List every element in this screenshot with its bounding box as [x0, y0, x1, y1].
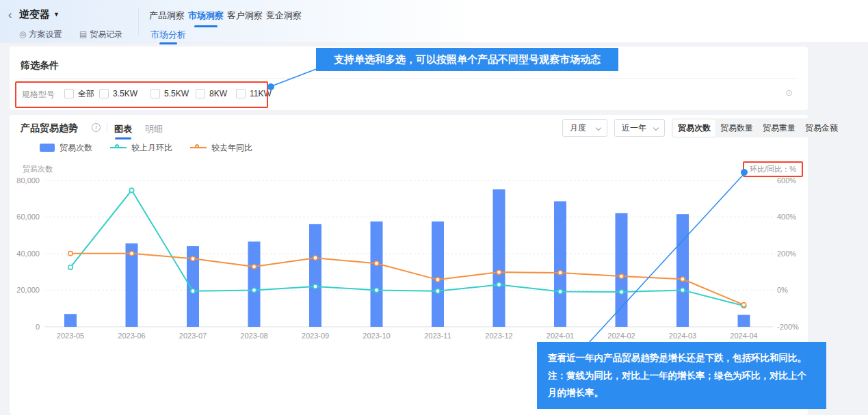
legend-label: 贸易次数: [60, 142, 92, 154]
chart-legend: 贸易次数 较上月环比 较去年同比: [40, 142, 270, 153]
checkbox-icon: [196, 89, 205, 98]
line-marker-icon: [110, 147, 127, 148]
checkbox-icon: [99, 89, 109, 98]
svg-text:600%: 600%: [777, 176, 796, 185]
checkbox-label: 3.5KW: [113, 89, 137, 98]
svg-text:2024-04: 2024-04: [730, 332, 757, 340]
tab-customer-insight[interactable]: 客户洞察: [226, 10, 264, 22]
metric-trade-amount-button[interactable]: 贸易金额: [800, 120, 843, 137]
scheme-settings-button[interactable]: ◎方案设置: [19, 29, 62, 40]
svg-text:40,000: 40,000: [16, 250, 40, 258]
info-icon[interactable]: i: [92, 123, 101, 132]
annotation-dot: [267, 83, 274, 90]
svg-text:2023-07: 2023-07: [179, 332, 207, 340]
header-divider: [138, 8, 139, 36]
view-tab-chart[interactable]: 图表: [114, 123, 132, 135]
svg-text:2023-11: 2023-11: [424, 332, 451, 340]
subtab-market-analysis[interactable]: 市场分析: [148, 29, 189, 41]
svg-text:2023-12: 2023-12: [485, 332, 512, 340]
checkbox-label: 8KW: [209, 89, 227, 98]
tab-competitor-insight[interactable]: 竞企洞察: [265, 10, 303, 22]
tab-market-insight[interactable]: 市场洞察: [187, 10, 225, 22]
range-select-value: 近一年: [622, 122, 646, 134]
filter-title: 筛选条件: [21, 59, 59, 72]
bar-swatch-icon: [40, 144, 55, 152]
legend-yoy[interactable]: 较去年同比: [190, 142, 252, 154]
view-tab-detail[interactable]: 明细: [145, 123, 163, 135]
metric-trade-quantity-button[interactable]: 贸易数量: [715, 120, 758, 137]
svg-text:2023-09: 2023-09: [302, 332, 329, 340]
scheme-settings-label: 方案设置: [29, 29, 62, 39]
checkbox-label: 11KW: [250, 89, 272, 98]
annotation-dot: [741, 169, 748, 176]
svg-text:0%: 0%: [777, 286, 788, 294]
legend-label: 较去年同比: [211, 142, 252, 154]
checkbox-icon: [64, 89, 74, 98]
metric-trade-weight-button[interactable]: 贸易重量: [758, 120, 800, 137]
range-select[interactable]: 近一年: [614, 119, 665, 137]
legend-mom[interactable]: 较上月环比: [110, 142, 172, 154]
checkbox-all[interactable]: 全部: [64, 87, 94, 101]
trade-records-label: 贸易记录: [90, 29, 122, 39]
chevron-down-icon: [596, 125, 601, 131]
svg-text:60,000: 60,000: [16, 213, 40, 221]
svg-text:2023-06: 2023-06: [118, 332, 145, 340]
checkbox-11kw[interactable]: 11KW: [236, 87, 272, 101]
divider: [21, 78, 797, 79]
svg-text:20,000: 20,000: [16, 286, 40, 294]
metric-button-group: 贸易次数 贸易数量 贸易重量 贸易金额: [672, 118, 844, 137]
svg-text:2024-01: 2024-01: [547, 332, 574, 340]
svg-text:2023-10: 2023-10: [363, 332, 390, 340]
chevron-down-icon: [653, 125, 659, 131]
checkbox-5-5kw[interactable]: 5.5KW: [150, 87, 189, 101]
checkbox-label: 5.5KW: [164, 89, 189, 98]
svg-text:2023-05: 2023-05: [57, 332, 84, 340]
svg-text:贸易次数: 贸易次数: [23, 165, 53, 173]
metric-trade-count-button[interactable]: 贸易次数: [673, 120, 715, 137]
target-icon: ◎: [19, 29, 26, 39]
filter-tooltip: 支持单选和多选，可以按照单个产品不同型号观察市场动态: [316, 48, 618, 71]
trend-title: 产品贸易趋势: [21, 122, 78, 135]
checkbox-icon: [150, 89, 160, 98]
svg-text:-200%: -200%: [777, 323, 799, 331]
spec-model-label: 规格型号: [22, 89, 55, 101]
checkbox-8kw[interactable]: 8KW: [196, 87, 227, 101]
svg-text:0: 0: [36, 323, 40, 331]
checkbox-label: 全部: [78, 88, 94, 100]
document-icon: ▤: [79, 29, 87, 39]
svg-text:2024-03: 2024-03: [669, 332, 696, 340]
legend-label: 较上月环比: [131, 142, 172, 154]
period-select[interactable]: 月度: [562, 119, 607, 137]
caret-down-icon: ▼: [53, 11, 60, 18]
svg-text:2024-02: 2024-02: [607, 332, 635, 340]
svg-text:200%: 200%: [777, 250, 796, 258]
line-marker-icon: [190, 147, 207, 148]
trade-records-button[interactable]: ▤贸易记录: [79, 29, 122, 40]
tab-product-insight[interactable]: 产品洞察: [148, 10, 186, 22]
divider: [107, 122, 107, 133]
back-icon[interactable]: ‹: [8, 9, 12, 21]
svg-text:400%: 400%: [777, 213, 796, 221]
svg-text:80,000: 80,000: [16, 176, 40, 185]
svg-text:2023-08: 2023-08: [240, 332, 267, 340]
page-title[interactable]: 逆变器▼: [19, 8, 60, 21]
page-title-text: 逆变器: [19, 8, 50, 20]
reset-filter-icon[interactable]: ⊙: [785, 88, 793, 98]
checkbox-icon: [236, 89, 246, 98]
checkbox-3-5kw[interactable]: 3.5KW: [99, 87, 137, 101]
trend-chart: 贸易次数80,000600%60,000400%40,000200%20,000…: [10, 157, 808, 356]
trend-tooltip: 查看近一年内产品贸易趋势是增长还是下跌，包括环比和同比。注：黄线为同比，对比上一…: [537, 342, 826, 409]
top-header: ‹ 逆变器▼ ◎方案设置 ▤贸易记录 产品洞察 市场洞察 客户洞察 竞企洞察 市…: [0, 0, 868, 43]
legend-trade-count[interactable]: 贸易次数: [40, 142, 92, 154]
period-select-value: 月度: [570, 122, 586, 134]
